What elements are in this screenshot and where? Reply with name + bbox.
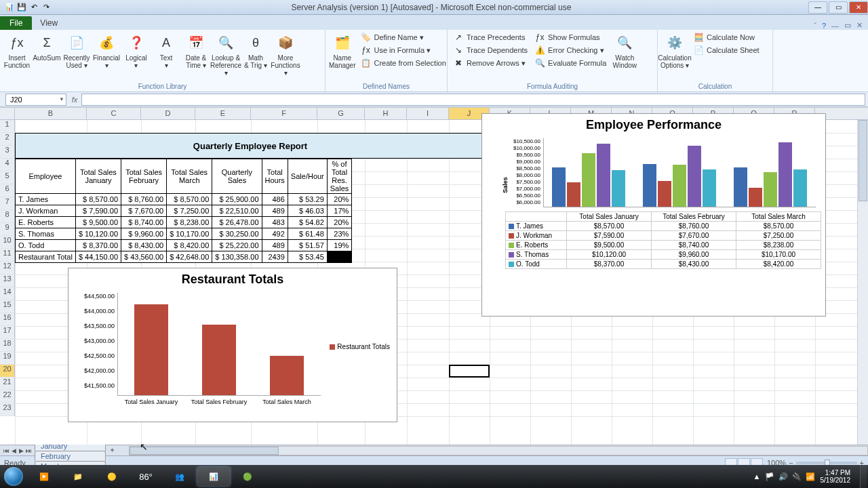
name-manager-button[interactable]: 🗂️Name Manager [328,31,356,70]
task-chrome[interactable]: 🟡 [96,467,128,486]
doc-close-icon[interactable]: ✕ [856,21,863,30]
ribbon-trace-dependents-button[interactable]: ↘Trace Dependents [450,44,530,56]
calc-options-button[interactable]: ⚙️Calculation Options ▾ [660,31,689,70]
col-header-G[interactable]: G [317,108,365,119]
select-all-corner[interactable] [0,108,15,119]
ribbon-logical-button[interactable]: ❓Logical ▾ [122,31,151,70]
row-header-18[interactable]: 18 [0,339,15,352]
help-icon[interactable]: ? [822,22,826,30]
task-explorer[interactable]: 📁 [62,467,94,486]
ribbon-define-name--button[interactable]: 🏷️Define Name ▾ [357,31,448,43]
row-header-12[interactable]: 12 [0,262,15,274]
row-header-22[interactable]: 22 [0,390,15,403]
table-total-row[interactable]: Restaurant Total$ 44,150.00$ 43,560.00$ … [16,251,352,263]
doc-min-icon[interactable]: — [831,22,839,30]
ribbon-recently-button[interactable]: 📄Recently Used ▾ [62,31,91,70]
row-header-4[interactable]: 4 [0,159,15,171]
employee-performance-chart[interactable]: Employee Performance Sales $10,500.00$10… [481,113,826,317]
col-header-H[interactable]: H [365,108,407,119]
row-header-10[interactable]: 10 [0,236,15,249]
save-icon[interactable]: 💾 [16,2,27,13]
table-row[interactable]: T. James$ 8,570.00$ 8,760.00$ 8,570.00$ … [16,194,352,205]
row-header-1[interactable]: 1 [0,120,15,133]
table-row[interactable]: E. Roberts$ 9,500.00$ 8,740.00$ 8,238.00… [16,217,352,228]
col-header-B[interactable]: B [15,108,87,119]
ribbon-evaluate-formula-button[interactable]: 🔍Evaluate Formula [532,57,609,69]
start-button[interactable] [0,465,27,488]
row-header-2[interactable]: 2 [0,133,15,146]
ribbon-error-checking--button[interactable]: ⚠️Error Checking ▾ [532,44,609,56]
ribbon-text-button[interactable]: AText ▾ [152,31,180,70]
bar [134,304,168,395]
col-header-I[interactable]: I [407,108,449,119]
task-app1[interactable]: 👥 [163,467,196,486]
row-header-6[interactable]: 6 [0,184,15,197]
row-header-11[interactable]: 11 [0,249,15,262]
row-header-13[interactable]: 13 [0,274,15,287]
show-desktop-button[interactable] [860,465,867,488]
ribbon-show-formulas-button[interactable]: ƒxShow Formulas [532,31,609,43]
worksheet-grid[interactable]: BCDEFGHIJKLMNOPQR 1234567891011121314151… [0,107,868,445]
ribbon-date--button[interactable]: 📅Date & Time ▾ [182,31,210,70]
restaurant-totals-chart[interactable]: Restaurant Totals $44,500.00$44,000.00$4… [68,268,397,422]
ribbon-remove-arrows--button[interactable]: ✖Remove Arrows ▾ [450,57,530,69]
vertical-scrollbar[interactable] [857,120,868,445]
col-header-D[interactable]: D [141,108,195,119]
tab-file[interactable]: File [0,16,32,30]
name-box[interactable]: J20▼ [5,94,66,106]
row-header-8[interactable]: 8 [0,210,15,223]
minimize-button[interactable]: — [808,1,827,14]
active-cell[interactable] [449,365,490,378]
row-header-9[interactable]: 9 [0,223,15,236]
ribbon-insert-button[interactable]: ƒxInsert Function [3,31,31,70]
tray-icons[interactable]: ▲🏳️🔊🔌📶 [753,472,815,481]
ribbon-calculate-now-button[interactable]: 🧮Calculate Now [690,31,762,43]
table-row[interactable]: O. Todd$ 8,370.00$ 8,430.00$ 8,420.00$ 2… [16,240,352,251]
sheet-tab-february[interactable]: February [35,451,106,461]
tray-clock[interactable]: 1:47 PM5/19/2012 [821,469,855,484]
undo-icon[interactable]: ↶ [28,2,39,13]
row-header-19[interactable]: 19 [0,352,15,365]
redo-icon[interactable]: ↷ [41,2,52,13]
row-header-3[interactable]: 3 [0,146,15,159]
ribbon-trace-precedents-button[interactable]: ↗Trace Precedents [450,31,530,43]
ribbon-autosum-button[interactable]: ΣAutoSum [33,31,61,63]
col-header-C[interactable]: C [87,108,141,119]
col-header-E[interactable]: E [195,108,251,119]
row-header-5[interactable]: 5 [0,171,15,184]
tab-view[interactable]: View [32,16,94,30]
row-header-21[interactable]: 21 [0,378,15,390]
row-header-7[interactable]: 7 [0,197,15,210]
row-header-14[interactable]: 14 [0,287,15,300]
doc-restore-icon[interactable]: ▭ [844,21,851,30]
task-mediaplayer[interactable]: ▶️ [28,467,60,486]
ribbon-lookup--button[interactable]: 🔍Lookup & Reference ▾ [212,31,240,78]
new-sheet-icon[interactable]: ✦ [109,446,115,455]
formula-input[interactable] [81,94,865,106]
row-header-15[interactable]: 15 [0,300,15,313]
ribbon-financial-button[interactable]: 💰Financial ▾ [92,31,121,70]
sheet-nav[interactable]: ⏮◀▶⏭ [0,447,35,454]
watch-window-button[interactable]: 🔍Watch Window [610,31,639,70]
task-app2[interactable]: 🟢 [231,467,264,486]
close-button[interactable]: ✕ [849,1,868,14]
ribbon-more-button[interactable]: 📦More Functions ▾ [271,31,300,78]
ribbon-math-button[interactable]: θMath & Trig ▾ [241,31,270,70]
row-header-23[interactable]: 23 [0,403,15,416]
employee-table[interactable]: EmployeeTotal Sales JanuaryTotal Sales F… [15,159,352,263]
row-header-20[interactable]: 20 [0,365,15,378]
task-excel[interactable]: 📊 [197,467,230,486]
table-row[interactable]: J. Workman$ 7,590.00$ 7,670.00$ 7,250.00… [16,205,352,217]
ribbon-calculate-sheet-button[interactable]: 📄Calculate Sheet [690,44,762,56]
ribbon-minimize-icon[interactable]: ˇ [814,22,816,30]
ribbon-use-in-formula--button[interactable]: ƒxUse in Formula ▾ [357,44,448,56]
col-header-F[interactable]: F [251,108,317,119]
table-row[interactable]: S. Thomas$ 10,120.00$ 9,960.00$ 10,170.0… [16,228,352,240]
horizontal-scrollbar[interactable] [129,446,868,455]
task-weather[interactable]: 86° [130,467,162,486]
row-header-16[interactable]: 16 [0,313,15,326]
maximize-button[interactable]: ▭ [829,1,848,14]
fx-icon[interactable]: fx [68,96,81,104]
ribbon-create-from-selection-button[interactable]: 📋Create from Selection [357,57,448,69]
row-header-17[interactable]: 17 [0,326,15,339]
